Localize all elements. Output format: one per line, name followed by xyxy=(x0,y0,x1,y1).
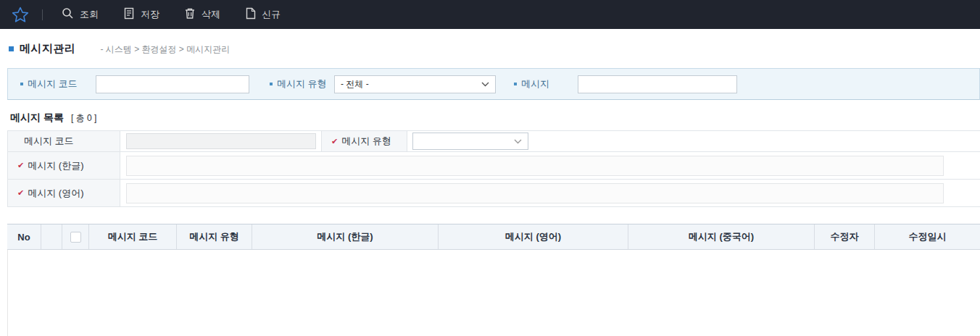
favorite-star-icon[interactable] xyxy=(10,4,30,25)
required-check-icon: ✔ xyxy=(17,161,24,170)
trash-icon xyxy=(184,7,196,22)
required-check-icon: ✔ xyxy=(17,188,24,198)
form-english-input[interactable] xyxy=(126,183,944,203)
list-title: 메시지 목록 xyxy=(10,112,64,125)
query-button[interactable]: 조회 xyxy=(62,7,99,22)
search-message-input[interactable] xyxy=(578,75,737,93)
form-korean-input[interactable] xyxy=(126,156,944,176)
required-check-icon: ✔ xyxy=(331,137,338,146)
new-button[interactable]: 신규 xyxy=(245,7,281,22)
query-button-label: 조회 xyxy=(80,8,99,21)
column-header-checkbox xyxy=(62,224,89,249)
form-row-code-type: 메시지 코드 ✔ 메시지 유형 xyxy=(8,131,980,152)
list-section-header: 메시지 목록 [ 총 0 ] xyxy=(10,112,980,125)
form-row-english: ✔ 메시지 (영어) xyxy=(8,180,980,207)
column-header-korean: 메시지 (한글) xyxy=(252,224,439,249)
field-bullet-icon xyxy=(20,83,23,85)
title-bullet-icon xyxy=(9,46,14,51)
form-code-label-cell: 메시지 코드 xyxy=(8,131,120,151)
search-type-group: 메시지 유형 - 전체 - xyxy=(270,75,496,93)
field-bullet-icon xyxy=(270,83,273,85)
new-page-icon xyxy=(245,7,256,22)
search-type-select[interactable]: - 전체 - xyxy=(334,75,496,93)
save-button-label: 저장 xyxy=(141,8,159,21)
form-type-label-cell: ✔ 메시지 유형 xyxy=(321,131,407,151)
form-english-label: 메시지 (영어) xyxy=(28,187,83,200)
form-type-select[interactable] xyxy=(412,133,528,150)
column-header-chinese: 메시지 (중국어) xyxy=(628,224,815,249)
save-button[interactable]: 저장 xyxy=(123,7,159,22)
page-header: 메시지관리 - 시스템 > 환경설정 > 메시지관리 xyxy=(9,42,980,56)
column-header-english: 메시지 (영어) xyxy=(439,224,628,249)
search-type-label: 메시지 유형 xyxy=(277,77,334,91)
column-header-type: 메시지 유형 xyxy=(177,224,252,249)
search-filter-panel: 메시지 코드 메시지 유형 - 전체 - 메시지 xyxy=(7,68,980,100)
column-header-editor: 수정자 xyxy=(815,224,875,249)
search-code-group: 메시지 코드 xyxy=(20,75,249,93)
form-type-label: 메시지 유형 xyxy=(341,135,391,148)
message-grid-body-empty xyxy=(7,250,980,336)
search-message-label: 메시지 xyxy=(521,77,578,91)
new-button-label: 신규 xyxy=(262,8,281,21)
form-korean-label-cell: ✔ 메시지 (한글) xyxy=(8,152,120,179)
column-header-no: No xyxy=(7,224,41,249)
select-all-checkbox[interactable] xyxy=(70,232,81,243)
toolbar-divider xyxy=(42,9,43,20)
chevron-down-icon xyxy=(514,136,522,146)
delete-button-label: 삭제 xyxy=(202,8,220,21)
form-row-korean: ✔ 메시지 (한글) xyxy=(8,152,980,180)
column-header-edit-date: 수정일시 xyxy=(875,224,980,249)
form-english-label-cell: ✔ 메시지 (영어) xyxy=(8,180,120,206)
column-header-spacer xyxy=(41,224,62,249)
document-icon xyxy=(123,7,135,22)
form-code-input[interactable] xyxy=(126,133,316,149)
page-title: 메시지관리 xyxy=(20,42,76,56)
breadcrumb: - 시스템 > 환경설정 > 메시지관리 xyxy=(101,42,231,56)
field-bullet-icon xyxy=(514,83,517,85)
search-type-selected-value: - 전체 - xyxy=(341,78,369,91)
message-detail-form: 메시지 코드 ✔ 메시지 유형 ✔ 메시지 (한글) ✔ 메시지 (영어) xyxy=(7,130,980,207)
search-code-input[interactable] xyxy=(96,75,249,93)
column-header-code: 메시지 코드 xyxy=(89,224,177,249)
search-message-group: 메시지 xyxy=(514,75,737,93)
chevron-down-icon xyxy=(481,79,489,89)
search-code-label: 메시지 코드 xyxy=(28,77,96,91)
search-icon xyxy=(62,7,74,22)
form-korean-label: 메시지 (한글) xyxy=(28,159,83,172)
form-code-label: 메시지 코드 xyxy=(24,135,74,148)
delete-button[interactable]: 삭제 xyxy=(184,7,220,22)
message-grid-header: No 메시지 코드 메시지 유형 메시지 (한글) 메시지 (영어) 메시지 (… xyxy=(7,224,980,250)
top-toolbar: 조회 저장 삭제 신규 xyxy=(0,0,980,29)
list-total-count: [ 총 0 ] xyxy=(71,112,96,125)
